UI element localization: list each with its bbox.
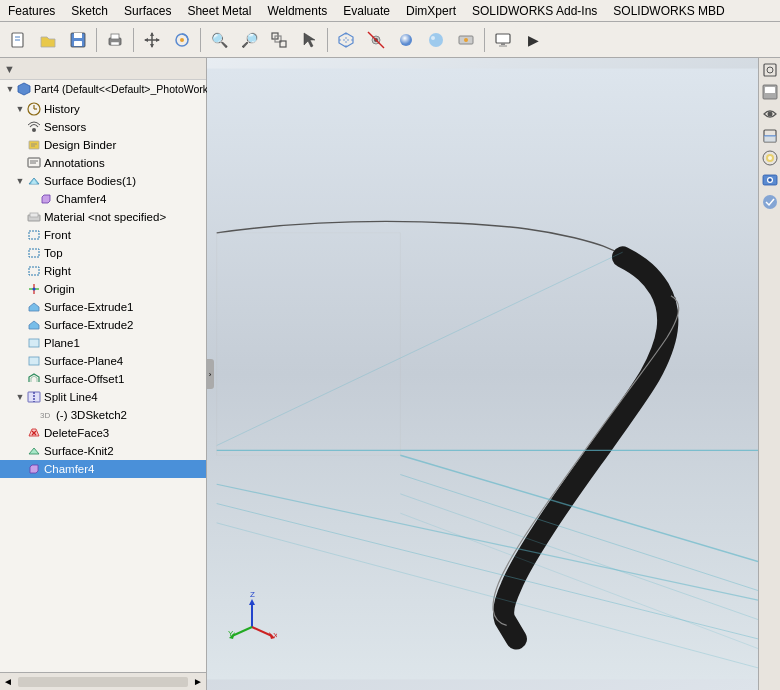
tree-item-plane1[interactable]: Plane1 [0,334,206,352]
right-display-icon[interactable] [760,82,780,102]
svg-rect-5 [74,41,82,46]
svg-rect-32 [501,43,505,45]
menu-solidworks-mbd[interactable]: SOLIDWORKS MBD [605,2,732,20]
new-button[interactable] [4,26,32,54]
right-section-icon[interactable] [760,126,780,146]
scroll-right-button[interactable]: ► [190,674,206,690]
3d-viewport[interactable]: Z X Y [207,58,758,690]
menu-weldments[interactable]: Weldments [259,2,335,20]
tree-item-right[interactable]: Right [0,262,206,280]
menu-sketch[interactable]: Sketch [63,2,116,20]
tree-label-annotations: Annotations [44,157,105,169]
tree-item-sensors[interactable]: Sensors [0,118,206,136]
tree-icon-3dsketch2: 3D [38,408,54,422]
select-button[interactable] [295,26,323,54]
tree-icon-surface-extrude1 [26,300,42,314]
tree-item-surface-extrude2[interactable]: Surface-Extrude2 [0,316,206,334]
menu-solidworks-addins[interactable]: SOLIDWORKS Add-Ins [464,2,605,20]
filter-icon: ▼ [4,63,15,75]
right-apply-icon[interactable] [760,192,780,212]
menu-features[interactable]: Features [0,2,63,20]
tree-label-deleteface3: DeleteFace3 [44,427,109,439]
expand-icon-surface-knit2 [14,445,26,457]
svg-point-92 [763,195,777,209]
toolbar-separator-5 [484,28,485,52]
svg-point-37 [32,128,36,132]
tree-label-surface-extrude1: Surface-Extrude1 [44,301,134,313]
move-button[interactable] [138,26,166,54]
panel-collapse-button[interactable]: › [206,359,214,389]
svg-rect-38 [29,141,39,149]
hide-show-button[interactable] [362,26,390,54]
tree-item-history[interactable]: ▼History [0,100,206,118]
tree-item-surface-plane4[interactable]: Surface-Plane4 [0,352,206,370]
expand-icon-surface-extrude1 [14,301,26,313]
tree-item-surface-knit2[interactable]: Surface-Knit2 [0,442,206,460]
tree-item-origin[interactable]: Origin [0,280,206,298]
part-title-item[interactable]: ▼ Part4 (Default<<Default>_PhotoWorks D [0,80,206,98]
tree-icon-design-binder [26,138,42,152]
tree-item-material[interactable]: Material <not specified> [0,208,206,226]
tree-icon-chamfer4 [26,462,42,476]
svg-rect-4 [74,33,82,38]
appearance-button[interactable] [392,26,420,54]
menubar: Features Sketch Surfaces Sheet Metal Wel… [0,0,780,22]
more-toolbar-button[interactable]: ▶ [519,26,547,54]
right-hide-icon[interactable] [760,104,780,124]
search2-button[interactable]: 🔎 [235,26,263,54]
tree-item-deleteface3[interactable]: DeleteFace3 [0,424,206,442]
part-icon [16,82,32,96]
expand-icon-chamfer4-sub [26,193,38,205]
tree-item-3dsketch2[interactable]: 3D(-) 3DSketch2 [0,406,206,424]
tree-label-history: History [44,103,80,115]
expand-icon-sensors [14,121,26,133]
svg-rect-52 [29,339,39,347]
search1-button[interactable]: 🔍 [205,26,233,54]
scroll-track[interactable] [18,677,188,687]
monitor-button[interactable] [489,26,517,54]
scroll-left-button[interactable]: ◄ [0,674,16,690]
print-button[interactable] [101,26,129,54]
tree-label-surface-offset1: Surface-Offset1 [44,373,124,385]
axis-indicator: Z X Y [227,592,277,642]
open-button[interactable] [34,26,62,54]
svg-marker-70 [249,599,255,605]
view3d-button[interactable] [332,26,360,54]
svg-text:3D: 3D [40,411,50,420]
tree-icon-front [26,228,42,242]
menu-surfaces[interactable]: Surfaces [116,2,179,20]
part-expand-icon: ▼ [4,83,16,95]
menu-evaluate[interactable]: Evaluate [335,2,398,20]
tree-item-surface-bodies[interactable]: ▼Surface Bodies(1) [0,172,206,190]
tree-label-front: Front [44,229,71,241]
menu-sheet-metal[interactable]: Sheet Metal [179,2,259,20]
tree-item-surface-extrude1[interactable]: Surface-Extrude1 [0,298,206,316]
tree-label-top: Top [44,247,63,259]
right-view-icon[interactable] [760,60,780,80]
svg-rect-47 [29,249,39,257]
scene-button[interactable] [422,26,450,54]
display-state-button[interactable] [452,26,480,54]
zoom-button[interactable] [265,26,293,54]
svg-rect-59 [207,69,758,680]
menu-dimxpert[interactable]: DimXpert [398,2,464,20]
tree-item-annotations[interactable]: Annotations [0,154,206,172]
tree-icon-annotations [26,156,42,170]
svg-point-27 [429,33,443,47]
tree-icon-top [26,246,42,260]
rotate-button[interactable] [168,26,196,54]
tree-label-right: Right [44,265,71,277]
tree-scrollbar[interactable]: ◄ ► [0,672,206,690]
svg-marker-20 [304,33,315,47]
tree-item-chamfer4-sub[interactable]: Chamfer4 [0,190,206,208]
svg-text:Z: Z [250,592,255,599]
tree-item-split-line4[interactable]: ▼Split Line4 [0,388,206,406]
right-photoview-icon[interactable] [760,170,780,190]
tree-item-front[interactable]: Front [0,226,206,244]
tree-item-surface-offset1[interactable]: Surface-Offset1 [0,370,206,388]
save-button[interactable] [64,26,92,54]
right-realview-icon[interactable] [760,148,780,168]
tree-item-chamfer4[interactable]: Chamfer4 [0,460,206,478]
tree-item-top[interactable]: Top [0,244,206,262]
tree-item-design-binder[interactable]: Design Binder [0,136,206,154]
